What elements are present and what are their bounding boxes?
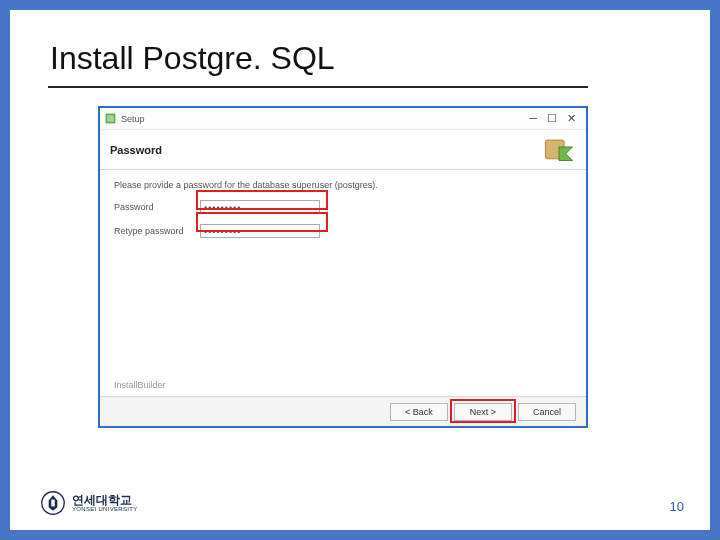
app-icon [104,112,117,125]
next-button[interactable]: Next > [454,403,512,421]
svg-rect-1 [107,115,114,122]
wizard-step-title: Password [110,144,162,156]
cancel-button[interactable]: Cancel [518,403,576,421]
maximize-icon[interactable]: ☐ [547,112,557,125]
minimize-icon[interactable]: ─ [529,112,537,125]
university-name-kr: 연세대학교 [72,494,137,506]
window-title: Setup [121,114,145,124]
password-label: Password [114,202,200,212]
wizard-header: Password [100,130,586,170]
back-button[interactable]: < Back [390,403,448,421]
window-titlebar: Setup ─ ☐ ✕ [100,108,586,130]
instruction-text: Please provide a password for the databa… [114,180,572,190]
university-name-en: YONSEI UNIVERSITY [72,506,137,512]
window-controls: ─ ☐ ✕ [529,112,582,125]
university-seal-icon [40,490,66,516]
page-number: 10 [670,499,684,514]
retype-row: Retype password ••••••••• [114,222,572,240]
password-input[interactable]: ••••••••• [200,200,320,214]
close-icon[interactable]: ✕ [567,112,576,125]
university-logo: 연세대학교 YONSEI UNIVERSITY [40,490,137,516]
password-row: Password ••••••••• [114,198,572,216]
wizard-footer: < Back Next > Cancel [100,396,586,426]
slide-title: Install Postgre. SQL [50,40,335,77]
slide-frame: Install Postgre. SQL Setup ─ ☐ ✕ Passwor… [0,0,720,540]
installer-logo-icon [542,135,576,165]
university-text: 연세대학교 YONSEI UNIVERSITY [72,494,137,512]
installer-window: Setup ─ ☐ ✕ Password Please provide a pa… [98,106,588,428]
title-underline [48,86,588,88]
retype-input[interactable]: ••••••••• [200,224,320,238]
installbuilder-label: InstallBuilder [114,380,166,390]
svg-rect-4 [51,500,54,507]
retype-label: Retype password [114,226,200,236]
wizard-body: Please provide a password for the databa… [100,170,586,256]
